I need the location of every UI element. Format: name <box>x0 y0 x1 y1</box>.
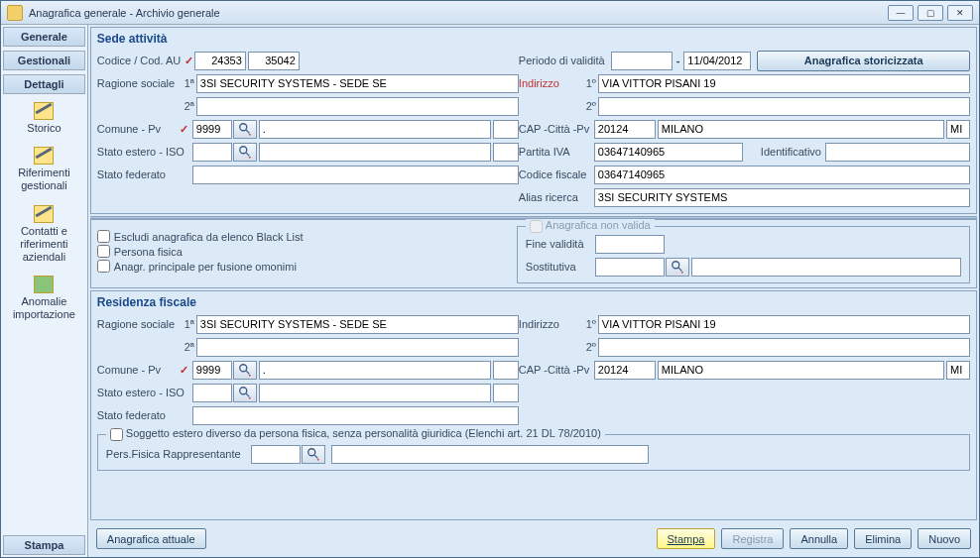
svg-line-11 <box>314 455 318 459</box>
required-mark-icon: ✓ <box>177 364 192 377</box>
stato-code-input[interactable] <box>192 143 232 162</box>
comune-desc-input[interactable] <box>259 120 491 139</box>
sidebar-item-label: Storico <box>27 122 61 135</box>
sidebar-item-storico[interactable]: Storico <box>1 96 87 141</box>
panel-options: Escludi anagrafica da elenco Black List … <box>90 219 977 288</box>
nuovo-button[interactable]: Nuovo <box>918 528 971 549</box>
res-indirizzo1-input[interactable] <box>598 315 970 334</box>
codice-input[interactable] <box>194 52 246 70</box>
periodo-to-input[interactable] <box>683 52 751 70</box>
federato-input[interactable] <box>192 166 519 184</box>
res-ragione1-input[interactable] <box>196 315 519 334</box>
panel-residenza-fiscale: Residenza fiscale Ragione sociale 1ª Ind… <box>90 290 977 520</box>
sup-1a: 1ª <box>179 77 194 89</box>
periodo-from-input[interactable] <box>611 52 673 70</box>
pv-input[interactable] <box>946 120 970 139</box>
sup-2o: 2º <box>580 100 596 112</box>
sostitutiva-lookup-button[interactable] <box>666 258 689 277</box>
res-citta-input[interactable] <box>658 361 944 380</box>
pencil-icon <box>34 147 54 165</box>
piva-input[interactable] <box>594 143 743 162</box>
section-title-sede: Sede attività <box>97 32 970 46</box>
stampa-button[interactable]: Stampa <box>657 528 716 549</box>
comune-code-input[interactable] <box>192 120 232 139</box>
annulla-button[interactable]: Annulla <box>790 528 848 549</box>
label-res-ragione: Ragione sociale <box>97 318 177 330</box>
checkbox-persona[interactable]: Persona fisica <box>97 245 509 258</box>
res-indirizzo2-input[interactable] <box>598 338 970 357</box>
svg-point-6 <box>240 365 247 372</box>
svg-line-5 <box>678 268 682 272</box>
sidebar-header-generale[interactable]: Generale <box>3 27 85 47</box>
label-res-indirizzo: Indirizzo <box>519 318 578 330</box>
cf-input[interactable] <box>594 166 970 184</box>
section-title-residenza: Residenza fiscale <box>97 295 970 309</box>
pencil-icon <box>34 205 54 223</box>
identificativo-input[interactable] <box>825 143 970 162</box>
res-comune-lookup-button[interactable] <box>233 361 257 380</box>
group-title-text: Soggetto estero diverso da persona fisic… <box>126 427 601 439</box>
indirizzo1-input[interactable] <box>598 74 970 93</box>
res-ragione2-input[interactable] <box>196 338 519 357</box>
label-periodo: Periodo di validità <box>519 55 605 66</box>
close-button[interactable]: ✕ <box>947 5 973 21</box>
minimize-button[interactable]: — <box>888 5 914 21</box>
alias-input[interactable] <box>594 188 970 207</box>
svg-line-9 <box>246 393 250 397</box>
comune-lookup-button[interactable] <box>233 120 257 139</box>
res-cap-input[interactable] <box>594 361 656 380</box>
res-pv-input[interactable] <box>946 361 970 380</box>
sidebar-header-dettagli[interactable]: Dettagli <box>3 74 85 94</box>
registra-button: Registra <box>721 528 784 549</box>
checkbox-nonvalida <box>530 220 543 233</box>
res-comune-desc-input[interactable] <box>259 361 491 380</box>
sidebar-item-anomalie[interactable]: Anomalie importazione <box>1 270 87 327</box>
ragione1-input[interactable] <box>196 74 519 93</box>
label-codice: Codice / Cod. AU <box>97 55 184 66</box>
res-stato-desc-input[interactable] <box>259 384 491 402</box>
sup-1o: 1º <box>580 318 596 330</box>
sidebar-item-label: Anomalie importazione <box>3 295 85 321</box>
label-res-federato: Stato federato <box>97 409 192 421</box>
anagrafica-attuale-button[interactable]: Anagrafica attuale <box>96 528 206 549</box>
cap-input[interactable] <box>594 120 656 139</box>
anagrafica-storicizzata-button[interactable]: Anagrafica storicizzata <box>757 51 970 71</box>
rapp-lookup-button[interactable] <box>302 445 325 464</box>
svg-line-1 <box>246 130 250 134</box>
fine-validita-input[interactable] <box>595 235 665 254</box>
label-res-stato: Stato estero - ISO <box>97 387 192 398</box>
sostitutiva-code-input[interactable] <box>595 258 665 277</box>
sidebar-item-contatti[interactable]: Contatti e riferimenti aziendali <box>1 199 87 271</box>
label-fine-validita: Fine validità <box>526 238 595 250</box>
elimina-button[interactable]: Elimina <box>854 528 912 549</box>
group-soggetto-estero: Soggetto estero diverso da persona fisic… <box>97 434 970 471</box>
checkbox-escludi[interactable]: Escludi anagrafica da elenco Black List <box>97 230 509 243</box>
comune-extra-input[interactable] <box>493 120 519 139</box>
indirizzo2-input[interactable] <box>598 97 970 116</box>
rapp-desc-input[interactable] <box>331 445 649 464</box>
sidebar-header-stampa[interactable]: Stampa <box>3 535 85 555</box>
sostitutiva-desc-input[interactable] <box>691 258 961 277</box>
sidebar-item-label: Riferimenti gestionali <box>3 167 85 192</box>
res-stato-extra-input[interactable] <box>493 384 519 402</box>
stato-lookup-button[interactable] <box>233 143 257 162</box>
res-stato-code-input[interactable] <box>192 384 232 402</box>
res-comune-code-input[interactable] <box>192 361 232 380</box>
sidebar-header-gestionali[interactable]: Gestionali <box>3 51 85 70</box>
checkbox-principale[interactable]: Anagr. principale per fusione omonimi <box>97 260 509 273</box>
res-federato-input[interactable] <box>192 406 519 425</box>
titlebar: Anagrafica generale - Archivio generale … <box>1 1 979 25</box>
sidebar-item-riferimenti[interactable]: Riferimenti gestionali <box>1 141 87 198</box>
res-stato-lookup-button[interactable] <box>233 384 257 402</box>
maximize-button[interactable]: ▢ <box>918 5 943 21</box>
ragione2-input[interactable] <box>196 97 519 116</box>
stato-desc-input[interactable] <box>259 143 491 162</box>
rapp-code-input[interactable] <box>251 445 301 464</box>
svg-line-3 <box>246 153 250 157</box>
cod-au-input[interactable] <box>248 52 300 70</box>
citta-input[interactable] <box>658 120 944 139</box>
checkbox-soggetto-estero[interactable] <box>110 428 123 441</box>
res-comune-extra-input[interactable] <box>493 361 519 380</box>
required-mark-icon: ✓ <box>184 55 194 67</box>
stato-extra-input[interactable] <box>493 143 519 162</box>
